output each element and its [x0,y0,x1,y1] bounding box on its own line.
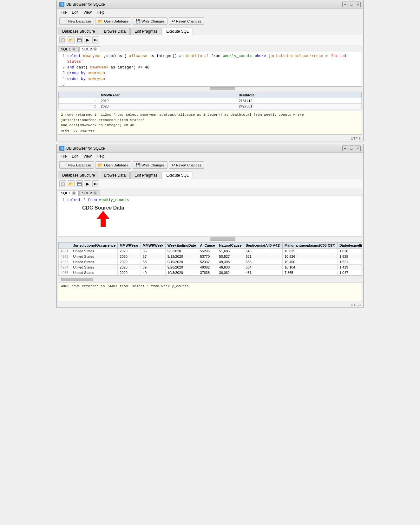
revert-icon-1: ↩ [172,19,175,23]
sql-tab-2-close[interactable]: ✕ [93,47,97,51]
sql-run-line-icon-2[interactable]: ⏭ [92,180,99,187]
open-database-btn-2[interactable]: 📂 Open Database [95,161,131,169]
close-btn-1[interactable]: ✕ [355,2,361,7]
menu-edit-2[interactable]: Edit [69,153,81,159]
maximize-btn-2[interactable]: □ [349,146,354,151]
tab-edit-pragmas-2[interactable]: Edit Pragmas [130,172,161,179]
write-changes-btn-1[interactable]: 💾 Write Changes [133,17,167,25]
row-year-1-2: 2020 [99,104,237,109]
status-text-w2: 4965 rows returned in 744ms from: select… [61,284,359,289]
main-tabs-2: Database Structure Browse Data Edit Prag… [57,170,363,179]
status-bar-1: 2 rows returned in 112ms from: select mm… [58,111,362,135]
status-text-2: and cast(mmwrweek as integer) <= 40 [61,123,359,128]
sql-tab-2-1[interactable]: SQL 2 ✕ [79,46,100,52]
col-s-2: Septicemia(A40-A41) [244,243,282,249]
col-dia-2: Diabetesmellitus(E10-E14) [338,243,362,249]
row-num-1-2: 2 [59,104,99,109]
col-n-2: NaturalCause [217,243,244,249]
sql-tab-2-2[interactable]: SQL 2 ✕ [79,190,100,196]
menu-bar-1: File Edit View Help [57,9,363,16]
maximize-btn-1[interactable]: □ [349,2,354,7]
menu-help-1[interactable]: Help [94,10,107,15]
minimize-btn-2[interactable]: ─ [342,146,348,151]
sql-tab-2-close-2[interactable]: ✕ [93,191,97,195]
title-controls-2: ─ □ ✕ [342,146,361,151]
sql-new-icon-2[interactable]: 📋 [59,180,66,187]
sql-editor-2[interactable]: 1 select * from weekly_counts [58,196,362,237]
sql-tabs-2: SQL 1 ✕ SQL 2 ✕ [57,189,363,196]
sql-line-2: 2 and cast( mmwrweek as integer) <= 40 [60,65,360,70]
table-row: 4965 United States 2020 40 10/3/2020 376… [59,270,362,275]
sql-save-icon-1[interactable]: 💾 [76,36,83,43]
new-database-btn-2[interactable]: 📄 New Database [59,161,94,169]
sql-new-icon-1[interactable]: 📋 [59,36,66,43]
revert-changes-btn-1[interactable]: ↩ Revert Changes [169,17,204,25]
menu-file-1[interactable]: File [58,10,69,15]
scrollbar-thumb-1 [210,87,235,90]
col-y-2: MMWRYear [118,243,141,249]
window-title-2: DB Browser for SQLite [66,146,105,151]
toolbar-2: 📄 New Database 📂 Open Database 💾 Write C… [57,160,363,170]
tab-execute-sql-1[interactable]: Execute SQL [162,28,193,35]
scrollbar-thumb-2b [61,278,93,281]
window-title-1: DB Browser for SQLite [66,2,105,7]
tab-browse-data-2[interactable]: Browse Data [100,172,130,179]
sql-line-5: 5 [60,82,360,87]
sql-run-line-icon-1[interactable]: ⏭ [92,36,99,43]
scrollbar-x-2[interactable] [58,237,362,241]
menu-edit-1[interactable]: Edit [69,10,81,15]
sql-run-icon-1[interactable]: ▶ [84,36,91,43]
open-database-btn-1[interactable]: 📂 Open Database [95,17,131,25]
menu-view-2[interactable]: View [81,153,94,159]
table-row: 4964 United States 2020 39 9/26/2020 490… [59,265,362,270]
title-bar-left-2: 🗄 DB Browser for SQLite [59,146,105,151]
sql-tab-1-1[interactable]: SQL 1 ✕ [58,46,79,52]
table-row: 2 2020 2427881 [59,104,362,109]
new-db-icon-1: 📄 [62,19,67,23]
window-2: 🗄 DB Browser for SQLite ─ □ ✕ File Edit … [56,144,364,308]
row-deaths-1-2: 2427881 [237,104,361,109]
table-row: 4961 United States 2020 36 9/5/2020 5529… [59,249,362,254]
revert-changes-btn-2[interactable]: ↩ Revert Changes [169,161,204,169]
sql-run-icon-2[interactable]: ▶ [84,180,91,187]
row-year-1-1: 2019 [99,98,237,104]
col-a-2: AllCause [198,243,217,249]
close-btn-2[interactable]: ✕ [355,146,361,151]
app-icon-2: 🗄 [59,146,64,151]
tab-db-structure-1[interactable]: Database Structure [58,28,99,35]
menu-help-2[interactable]: Help [94,153,107,159]
scrollbar-x-1[interactable] [58,87,362,90]
tab-db-structure-2[interactable]: Database Structure [58,172,99,179]
menu-file-2[interactable]: File [58,153,69,159]
status-bar-2: 4965 rows returned in 744ms from: select… [58,282,362,301]
title-bar-1: 🗄 DB Browser for SQLite ─ □ ✕ [57,0,363,9]
table-row: 4962 United States 2020 37 9/12/2020 537… [59,254,362,259]
write-icon-1: 💾 [135,19,141,23]
new-database-btn-1[interactable]: 📄 New Database [59,17,94,25]
sql-save-icon-2[interactable]: 💾 [76,180,83,187]
scrollbar-x-2b[interactable] [58,277,362,281]
results-table-1[interactable]: MMWRYear deathtotal 1 2019 2181412 2 202… [58,92,362,109]
results-1: MMWRYear deathtotal 1 2019 2181412 2 202… [58,92,362,109]
sql-editor-container-2: 1 select * from weekly_counts CDC Source… [57,196,363,237]
sql-open-icon-2[interactable]: 📂 [68,180,75,187]
col-deathtotal-1: deathtotal [237,92,361,98]
sql-open-icon-1[interactable]: 📂 [68,36,75,43]
results-table-2[interactable]: JurisdictionofOccurrence MMWRYear MMWRWe… [58,242,362,276]
tab-edit-pragmas-1[interactable]: Edit Pragmas [130,28,161,35]
status-text-3: order by mmwryear [61,128,359,133]
menu-bar-2: File Edit View Help [57,153,363,160]
new-db-icon-2: 📄 [62,163,67,167]
minimize-btn-1[interactable]: ─ [342,2,348,7]
sql-tab-1-close[interactable]: ✕ [72,47,76,51]
write-changes-btn-2[interactable]: 💾 Write Changes [133,161,167,169]
status-text-1: 2 rows returned in 112ms from: select mm… [61,112,359,123]
tab-execute-sql-2[interactable]: Execute SQL [162,172,193,179]
sql-editor-1[interactable]: 1 select mmwryear ,sum(cast( allcause as… [58,52,362,87]
menu-view-1[interactable]: View [81,10,94,15]
open-db-icon-1: 📂 [98,19,103,23]
tab-browse-data-1[interactable]: Browse Data [100,28,130,35]
sql-tab-1-close-2[interactable]: ✕ [72,191,76,195]
row-num-1-1: 1 [59,98,99,104]
sql-tab-1-2[interactable]: SQL 1 ✕ [58,190,79,196]
